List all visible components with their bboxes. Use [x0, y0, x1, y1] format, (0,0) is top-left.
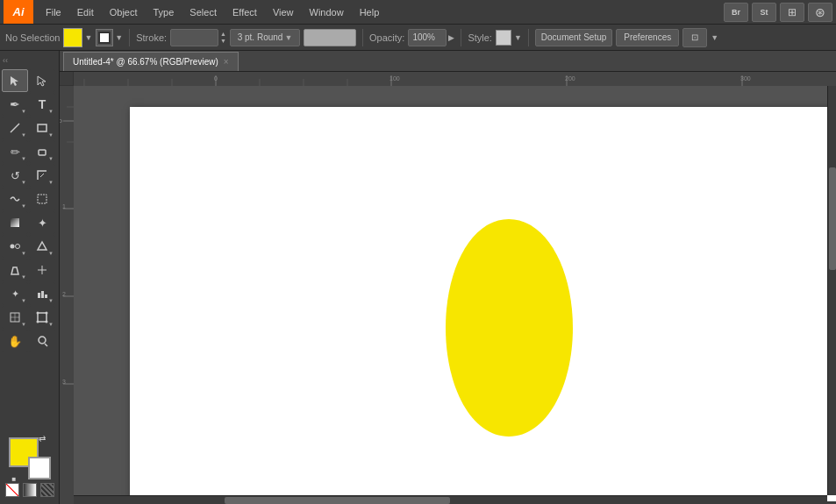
svg-rect-3	[38, 124, 46, 131]
fill-color-swatch[interactable]	[63, 28, 82, 47]
fill-arrow[interactable]: ▼	[84, 33, 92, 42]
reset-colors-icon[interactable]: ■	[12, 475, 17, 483]
symbol-sprayer-tool[interactable]: ✦ ▼	[2, 282, 28, 305]
gradient-tool[interactable]	[2, 211, 28, 234]
svg-rect-27	[67, 72, 836, 86]
hand-tool[interactable]: ✋	[2, 330, 28, 352]
eyedropper-tool[interactable]: ✦	[29, 211, 55, 234]
style-arrow[interactable]: ▼	[514, 33, 522, 42]
direct-select-tool[interactable]	[29, 69, 55, 92]
horizontal-scrollbar[interactable]	[74, 495, 827, 504]
tool-row-12: ✋	[2, 330, 57, 352]
svg-rect-4	[39, 150, 46, 155]
stock-icon-btn[interactable]: St	[752, 3, 776, 22]
warp-tool[interactable]: ▼	[2, 188, 28, 210]
extensions-icon-btn[interactable]: ⊛	[808, 3, 832, 22]
lemon-shape[interactable]	[441, 212, 577, 444]
color-swatches-panel: ⇄ ■	[2, 434, 57, 500]
menu-effect[interactable]: Effect	[225, 5, 264, 19]
opacity-arrow[interactable]: ▶	[448, 33, 454, 42]
pen-tool[interactable]: ✒ ▼	[2, 93, 28, 116]
stroke-color-swatch[interactable]	[96, 29, 113, 46]
svg-text:200: 200	[565, 75, 575, 82]
stroke-up-arrow[interactable]: ▲	[220, 31, 226, 37]
artboard-tool[interactable]: ▼	[29, 306, 55, 329]
rotate-tool[interactable]: ↺ ▼	[2, 164, 28, 187]
document-tab[interactable]: Untitled-4* @ 66.67% (RGB/Preview) ×	[63, 52, 239, 71]
none-swatch[interactable]	[5, 483, 19, 497]
bridge-icon-btn[interactable]: Br	[724, 3, 748, 22]
stroke-down-arrow[interactable]: ▼	[220, 38, 226, 44]
line-tool[interactable]: ▼	[2, 117, 28, 139]
menu-file[interactable]: File	[39, 5, 68, 19]
tool-row-8: ▼ ▼	[2, 235, 57, 258]
slice-tool[interactable]: ▼	[2, 306, 28, 329]
svg-rect-14	[38, 293, 40, 298]
stroke-arrow[interactable]: ▼	[115, 33, 123, 42]
svg-point-9	[16, 245, 20, 249]
svg-line-5	[40, 174, 44, 177]
tool-row-7: ✦	[2, 211, 57, 234]
opacity-label: Opacity:	[369, 32, 404, 43]
canvas-scroll-area[interactable]: 0 100 200 300	[60, 72, 836, 504]
workspace-arrow[interactable]: ▼	[711, 33, 718, 42]
stroke-width-input[interactable]	[170, 29, 218, 46]
blend-tool[interactable]: ▼	[2, 235, 28, 258]
style-label: Style:	[468, 32, 492, 43]
separator-1	[129, 29, 130, 46]
grid-icon-btn[interactable]: ⊞	[780, 3, 804, 22]
svg-rect-20	[38, 313, 46, 322]
ruler-corner	[60, 72, 74, 86]
pattern-swatch[interactable]	[40, 483, 54, 497]
separator-2	[362, 29, 363, 46]
tab-close-button[interactable]: ×	[224, 57, 229, 67]
gradient-swatch[interactable]	[23, 483, 37, 497]
stroke-weight-select[interactable]: 3 pt. Round ▼	[230, 29, 300, 46]
color-mode-row	[4, 483, 55, 497]
eraser-tool[interactable]: ▼	[29, 140, 55, 163]
menu-view[interactable]: View	[266, 5, 301, 19]
select-tool[interactable]	[2, 69, 28, 92]
fill-stroke-indicator: ⇄ ■	[9, 437, 51, 479]
menu-select[interactable]: Select	[182, 5, 224, 19]
style-box: ▼	[496, 30, 522, 46]
vertical-scrollbar[interactable]	[827, 86, 836, 495]
svg-point-8	[11, 245, 15, 249]
type-tool[interactable]: T ▼	[29, 93, 55, 116]
svg-text:0: 0	[214, 75, 218, 82]
stroke-swatch[interactable]	[28, 457, 51, 479]
scale-tool[interactable]: ▼	[29, 164, 55, 187]
menu-window[interactable]: Window	[303, 5, 351, 19]
fill-color-group: ▼	[63, 28, 92, 47]
document-setup-button[interactable]: Document Setup	[535, 29, 613, 46]
vertical-scrollbar-thumb[interactable]	[829, 167, 836, 270]
panel-collapse[interactable]: ‹‹	[2, 54, 9, 67]
tool-row-2: ✒ ▼ T ▼	[2, 93, 57, 116]
svg-point-25	[39, 337, 46, 344]
menu-items: File Edit Object Type Select Effect View…	[39, 5, 386, 19]
perspective-tool[interactable]: ▼	[2, 259, 28, 281]
horizontal-scrollbar-thumb[interactable]	[225, 497, 451, 504]
stroke-weight-label: 3 pt. Round	[238, 32, 283, 42]
stroke-color-group: ▼	[96, 29, 123, 46]
opacity-input[interactable]	[408, 29, 447, 46]
live-paint-tool[interactable]: ▼	[29, 235, 55, 258]
separator-3	[461, 29, 461, 46]
zoom-tool[interactable]	[29, 330, 55, 352]
pencil-tool[interactable]: ✏ ▼	[2, 140, 28, 163]
preferences-button[interactable]: Preferences	[616, 29, 679, 46]
style-color-swatch[interactable]	[496, 30, 511, 46]
menu-type[interactable]: Type	[146, 5, 182, 19]
menu-object[interactable]: Object	[103, 5, 145, 19]
menu-edit[interactable]: Edit	[70, 5, 101, 19]
rect-tool[interactable]: ▼	[29, 117, 55, 139]
workspace-arrange-icon[interactable]: ⊡	[682, 28, 707, 47]
swap-colors-icon[interactable]: ⇄	[39, 434, 46, 444]
menu-help[interactable]: Help	[353, 5, 387, 19]
column-graph-tool[interactable]: ▼	[29, 282, 55, 305]
svg-text:3: 3	[62, 379, 66, 385]
free-transform-tool[interactable]	[29, 188, 55, 210]
svg-marker-11	[11, 267, 18, 274]
tool-row-3: ▼ ▼	[2, 117, 57, 139]
mesh-tool[interactable]	[29, 259, 55, 281]
